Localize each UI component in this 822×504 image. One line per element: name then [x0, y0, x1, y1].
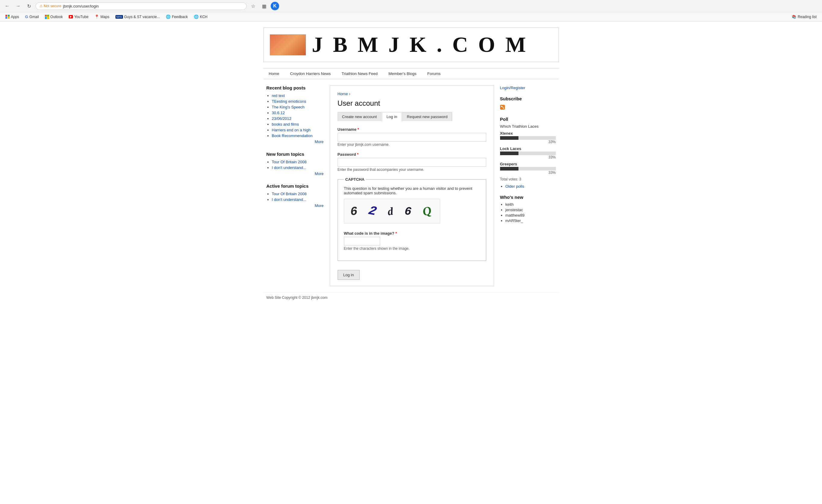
footer-copyright: Web Site Copyright © 2012 jbmjk.com: [267, 296, 328, 300]
site-title: J B M J K . C O M: [312, 32, 528, 57]
nav-triathlon[interactable]: Triathlon News Feed: [336, 68, 383, 79]
captcha-char-1: 6: [350, 205, 361, 219]
forum-link-dont-understand[interactable]: I don't understand...: [272, 165, 307, 170]
tabs-container: Create new account Log in Request new pa…: [338, 112, 486, 121]
active-forum-list: Tour Of Britain 2008 I don't understand.…: [267, 192, 324, 202]
new-forum-list: Tour Of Britain 2008 I don't understand.…: [267, 160, 324, 170]
tab-request-password[interactable]: Request new password: [402, 112, 452, 121]
active-forum-more-link[interactable]: More: [267, 203, 324, 208]
profile-button[interactable]: K: [271, 2, 279, 10]
poll-section: Poll Which Triathlon Laces Xtenex 33% Lo…: [500, 117, 556, 189]
post-link-red-text[interactable]: red text: [272, 93, 285, 98]
password-hint: Enter the password that accompanies your…: [338, 167, 486, 172]
whos-new-list: keith jenstestac matthew89 mAR5ter_: [500, 202, 556, 223]
bookmark-kch-label: KCH: [200, 15, 208, 19]
login-button[interactable]: Log in: [338, 270, 360, 280]
poll-bar-lock-laces: [500, 152, 518, 155]
captcha-char-3: d: [387, 204, 396, 218]
bookmark-apps-label: Apps: [11, 15, 19, 19]
poll-bar-lock-laces-container: [500, 152, 556, 155]
post-link-23062012[interactable]: 23/06/2012: [272, 116, 292, 121]
bookmark-outlook[interactable]: Outlook: [42, 14, 65, 20]
maps-icon: 📍: [94, 14, 99, 19]
breadcrumb-home-link[interactable]: Home: [338, 92, 348, 96]
bookmark-feedback-label: Feedback: [172, 15, 188, 19]
warning-icon: ⚠: [39, 4, 43, 8]
kch-globe-icon: 🌐: [194, 14, 198, 19]
reload-button[interactable]: ↻: [25, 2, 33, 10]
subscribe-section: Subscribe: [500, 96, 556, 111]
captcha-image: 6 2 d 6 Q: [344, 199, 440, 224]
post-link-books-films[interactable]: books and films: [272, 122, 299, 127]
breadcrumb-separator: ›: [349, 92, 350, 96]
poll-bar-greepers-container: [500, 167, 556, 171]
nav-forums[interactable]: Forums: [422, 68, 446, 79]
bookmark-star-button[interactable]: ☆: [249, 2, 258, 10]
captcha-fieldset: CAPTCHA This question is for testing whe…: [338, 177, 486, 261]
captcha-char-2: 2: [367, 204, 380, 219]
outlook-icon: [45, 15, 49, 19]
extensions-button[interactable]: ▦: [260, 2, 268, 10]
new-forum-more-link[interactable]: More: [267, 171, 324, 176]
feedback-globe-icon: 🌐: [166, 14, 170, 19]
site-logo: J B M J K.com: [270, 34, 306, 55]
new-forum-section: New forum topics Tour Of Britain 2008 I …: [267, 152, 324, 176]
nav-croydon[interactable]: Croydon Harriers News: [285, 68, 336, 79]
username-input[interactable]: [338, 133, 486, 142]
new-forum-heading: New forum topics: [267, 152, 324, 157]
forward-button[interactable]: →: [14, 2, 22, 10]
captcha-code-input[interactable]: [344, 237, 380, 246]
reading-list-button[interactable]: 📚 Reading list: [789, 14, 819, 20]
poll-option-lock-laces-label: Lock Laces: [500, 146, 556, 151]
bookmark-gmail-label: Gmail: [29, 15, 39, 19]
list-item: Book Recommendation: [272, 133, 324, 138]
poll-bar-xtenex-container: [500, 136, 556, 140]
whos-new-section: Who's new keith jenstestac matthew89 mAR…: [500, 195, 556, 223]
poll-question: Which Triathlon Laces: [500, 124, 556, 129]
bookmark-gmail[interactable]: G Gmail: [23, 14, 41, 20]
bookmark-feedback[interactable]: 🌐 Feedback: [163, 14, 190, 20]
poll-pct-greepers: 33%: [500, 171, 556, 175]
site-header: J B M J K.com J B M J K . C O M: [264, 27, 559, 62]
recent-posts-more-link[interactable]: More: [267, 139, 324, 144]
recent-posts-section: Recent blog posts red text TEesting emot…: [267, 85, 324, 144]
tab-create-account[interactable]: Create new account: [338, 112, 382, 121]
login-register-link[interactable]: Login/Register: [500, 86, 525, 90]
post-link-30612[interactable]: 30.6.12: [272, 111, 285, 115]
nav-bar: Home Croydon Harriers News Triathlon New…: [264, 68, 559, 79]
forum-link-tour[interactable]: Tour Of Britain 2008: [272, 160, 307, 164]
poll-bar-greepers: [500, 167, 518, 171]
bookmark-youtube-label: YouTube: [74, 15, 88, 19]
bookmark-youtube[interactable]: ▶ YouTube: [66, 14, 91, 20]
captcha-char-4: 6: [404, 205, 414, 219]
active-forum-link-tour[interactable]: Tour Of Britain 2008: [272, 192, 307, 196]
bookmark-guys-label: Guys & ST vacancie...: [124, 15, 160, 19]
poll-option-lock-laces: Lock Laces 33%: [500, 146, 556, 159]
poll-option-greepers-label: Greepers: [500, 162, 556, 166]
subscribe-heading: Subscribe: [500, 96, 556, 101]
bookmark-kch[interactable]: 🌐 KCH: [191, 14, 210, 20]
youtube-icon: ▶: [69, 15, 73, 18]
post-link-book-rec[interactable]: Book Recommendation: [272, 133, 313, 138]
older-polls-link[interactable]: Older polls: [505, 184, 524, 189]
post-link-kings-speech[interactable]: The King's Speech: [272, 105, 305, 109]
bookmark-guys[interactable]: NHS Guys & ST vacancie...: [113, 14, 162, 20]
list-item: 23/06/2012: [272, 116, 324, 121]
poll-option-xtenex-label: Xtenex: [500, 131, 556, 136]
address-bar[interactable]: ⚠ Not secure jbmjk.com/user/login: [36, 2, 247, 10]
username-required-star: *: [358, 127, 359, 132]
reading-list-icon: 📚: [792, 15, 796, 19]
back-button[interactable]: ←: [3, 2, 11, 10]
post-link-testing[interactable]: TEesting emoticons: [272, 99, 306, 104]
post-link-harriers[interactable]: Harriers end on a high: [272, 128, 311, 132]
password-input[interactable]: [338, 158, 486, 167]
tab-login[interactable]: Log in: [382, 112, 402, 121]
bookmark-maps[interactable]: 📍 Maps: [92, 14, 111, 20]
bookmark-apps[interactable]: Apps: [3, 14, 21, 20]
rss-icon[interactable]: [500, 105, 505, 110]
nav-members[interactable]: Member's Blogs: [383, 68, 422, 79]
nav-home[interactable]: Home: [264, 68, 285, 79]
recent-posts-list: red text TEesting emoticons The King's S…: [267, 93, 324, 138]
active-forum-link-dont-understand[interactable]: I don't understand...: [272, 197, 307, 202]
captcha-description: This question is for testing whether you…: [344, 186, 480, 195]
